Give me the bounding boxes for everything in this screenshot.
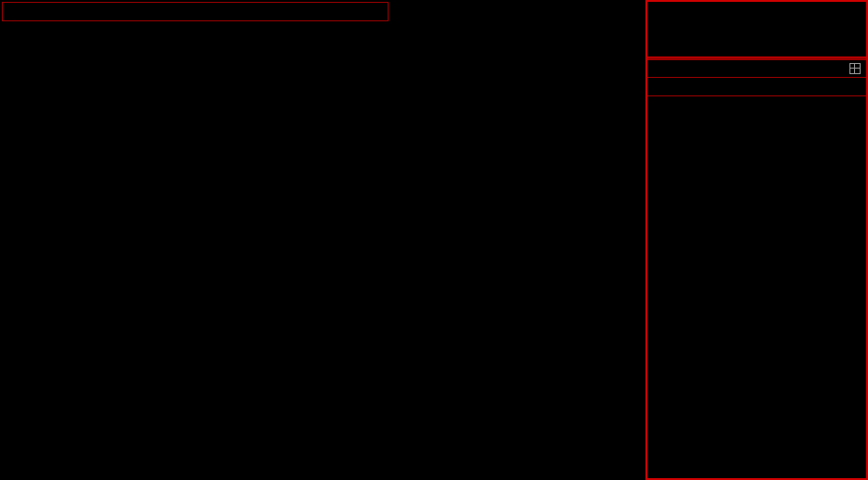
title-bar [2, 2, 389, 21]
grid-icon[interactable] [849, 63, 861, 74]
quote-panel [645, 0, 868, 480]
advance-decline-row [647, 78, 866, 96]
board-type-row [647, 60, 866, 78]
kline-chart[interactable] [0, 21, 645, 480]
quote-header [647, 2, 866, 57]
